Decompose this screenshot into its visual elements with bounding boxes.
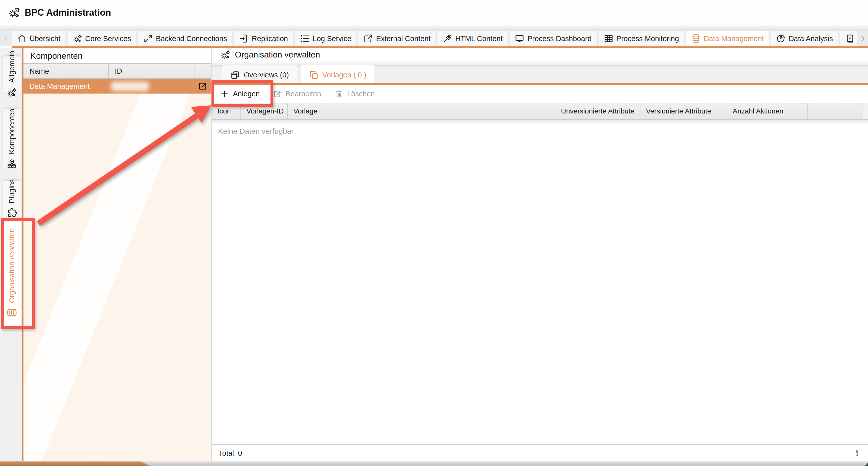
detail-tab-bar: Overviews (0) Vorlagen ( 0 ) — [212, 65, 868, 85]
app-header: BPC Administration — [0, 0, 868, 25]
sidebar-item-organisation-verwalten[interactable]: Organisation verwalten — [3, 220, 21, 326]
delete-button[interactable]: Löschen — [334, 89, 375, 98]
sidebar-item-label: Plugins — [8, 179, 16, 203]
tab-data-analysis[interactable]: Data Analysis — [771, 31, 838, 46]
copy-icon — [309, 70, 319, 80]
header-shadow — [0, 25, 868, 31]
open-external-icon[interactable] — [198, 81, 208, 91]
gears-icon — [220, 49, 231, 60]
column-header-vorlage[interactable]: Vorlage — [288, 103, 555, 119]
tab-external-content[interactable]: External Content — [358, 31, 435, 46]
tab-label: Log Service — [313, 35, 351, 43]
tab-data-management[interactable]: Data Management — [686, 31, 769, 46]
tab-label: External Content — [376, 35, 431, 43]
monitor-icon — [515, 34, 525, 44]
detail-panel: Organisation verwalten Overviews (0) Vor… — [212, 48, 868, 466]
components-table-header: Name ID — [24, 63, 211, 79]
bottom-accent-bar — [0, 462, 150, 466]
column-header-unversionierte-attribute[interactable]: Unversionierte Attribute — [555, 103, 641, 119]
create-button-label: Anlegen — [233, 90, 260, 98]
list-icon — [300, 34, 310, 44]
column-header-anzahl-aktionen[interactable]: Anzahl Aktionen — [727, 103, 808, 119]
empty-table-message: Keine Daten verfügbar — [218, 127, 294, 135]
tab-process-dashboard[interactable]: Process Dashboard — [510, 31, 596, 46]
tab-label: Vorlagen ( 0 ) — [322, 71, 366, 79]
tab-label: Data Management — [704, 35, 764, 43]
puzzle-icon — [6, 207, 18, 219]
app-window: BPC Administration Übersicht Core Servic… — [0, 0, 868, 466]
detail-table-header: Icon Vorlagen-ID Vorlage Unversionierte … — [212, 103, 868, 120]
tab-scroll-right-button[interactable] — [858, 31, 868, 46]
tab-label: Process Monitoring — [616, 35, 679, 43]
tab-label: Backend Connections — [156, 35, 227, 43]
sidebar-item-allgemein[interactable]: Allgemein — [3, 57, 21, 92]
tab-uebersicht[interactable]: Übersicht — [12, 31, 65, 46]
components-panel: Komponenten Name ID Data Management — [24, 48, 211, 461]
pen-icon — [442, 34, 453, 44]
tab-core-services[interactable]: Core Services — [68, 31, 136, 46]
accent-line-vertical — [22, 48, 24, 461]
column-header-versionierte-attribute[interactable]: Versionierte Attribute — [641, 103, 727, 119]
tab-backend-connections[interactable]: Backend Connections — [138, 31, 232, 46]
sidebar-item-plugins[interactable]: Plugins — [3, 181, 21, 217]
plus-icon — [220, 89, 229, 98]
home-icon — [17, 34, 27, 44]
components-panel-title: Komponenten — [24, 48, 211, 63]
screen: BPC Administration Übersicht Core Servic… — [0, 0, 868, 466]
create-button[interactable]: Anlegen — [220, 89, 260, 98]
total-count: Total: 0 — [218, 449, 242, 458]
external-link-icon — [363, 34, 373, 44]
tab-html-content[interactable]: HTML Content — [437, 31, 507, 46]
gears-icon — [72, 34, 83, 44]
column-header-actions — [195, 64, 211, 78]
table-scroll-strip — [863, 103, 868, 119]
row-name: Data Management — [24, 82, 90, 91]
stacked-windows-icon — [230, 70, 240, 80]
diagonal-arrows-icon — [143, 34, 153, 44]
info-icon[interactable] — [853, 449, 862, 458]
tab-scroll-left-button[interactable] — [1, 31, 11, 46]
edit-button[interactable]: Bearbeiten — [273, 89, 321, 98]
sidebar-item-label: Allgemein — [8, 51, 16, 83]
database-icon — [6, 307, 18, 318]
database-icon — [691, 34, 701, 44]
tab-process-monitoring[interactable]: Process Monitoring — [599, 31, 684, 46]
pie-chart-icon — [776, 34, 786, 44]
tab-log-service[interactable]: Log Service — [295, 31, 356, 46]
redacted-id-value — [111, 82, 149, 91]
column-header-empty — [808, 103, 863, 119]
chevron-right-icon — [860, 34, 866, 43]
top-tab-bar: Übersicht Core Services Backend Connecti… — [0, 31, 868, 46]
document-arrow-icon — [239, 34, 249, 44]
accent-line-horizontal — [12, 46, 868, 48]
table-row-data-management[interactable]: Data Management — [24, 79, 211, 94]
cubes-icon — [6, 158, 18, 169]
detail-panel-header: Organisation verwalten — [212, 48, 320, 61]
detail-accent-line — [212, 83, 868, 85]
book-icon — [845, 34, 855, 44]
tab-overviews[interactable]: Overviews (0) — [222, 65, 297, 85]
tab-replication[interactable]: Replication — [234, 31, 293, 46]
sidebar-item-label: Komponenten — [8, 109, 16, 154]
table-grid-icon — [603, 34, 614, 44]
column-header-id[interactable]: ID — [109, 64, 195, 78]
detail-toolbar: Anlegen Bearbeiten Löschen — [212, 85, 868, 103]
tab-label: Data Analysis — [788, 35, 833, 43]
tab-label: Core Services — [85, 35, 131, 43]
column-header-name[interactable]: Name — [24, 64, 109, 78]
tab-label: Replication — [252, 35, 288, 43]
tab-label: Process Dashboard — [527, 35, 592, 43]
delete-button-label: Löschen — [347, 90, 375, 98]
trash-icon — [334, 89, 343, 98]
table-body-shadow — [212, 120, 868, 125]
detail-title-shadow — [212, 61, 868, 65]
column-header-vorlagen-id[interactable]: Vorlagen-ID — [241, 103, 288, 119]
sidebar-item-komponenten[interactable]: Komponenten — [3, 109, 21, 169]
tab-vorlagen[interactable]: Vorlagen ( 0 ) — [301, 65, 374, 85]
detail-footer: Total: 0 — [212, 444, 868, 462]
sidebar-item-label: Organisation verwalten — [8, 228, 16, 303]
detail-panel-title: Organisation verwalten — [235, 50, 320, 60]
edit-icon — [273, 89, 282, 98]
column-header-icon[interactable]: Icon — [212, 103, 241, 119]
tab-label: Overviews (0) — [244, 71, 289, 79]
